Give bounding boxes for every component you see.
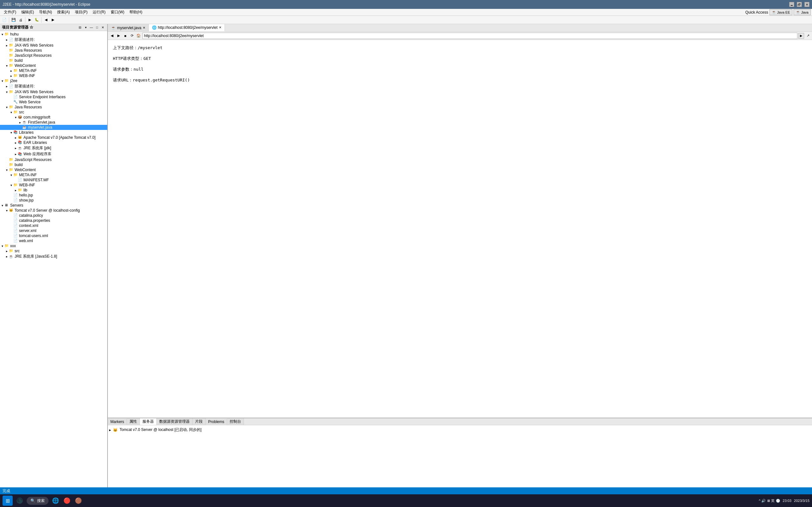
editor-tab-myservlet-java[interactable]: ☕ myservlet.java ✕ — [108, 24, 149, 32]
tree-toggle-src-xxx[interactable]: ▸ — [4, 249, 9, 253]
tree-toggle-web-inf-huhu[interactable]: ▸ — [9, 74, 13, 78]
tree-item-manifest[interactable]: 📄MANIFEST.MF — [0, 177, 107, 182]
tree-item-jre-sys[interactable]: ▸☕JRE 系统库 [jdk] — [0, 145, 107, 151]
bottom-tab-problems[interactable]: Problems — [206, 419, 227, 425]
menu-navigate[interactable]: 导航(N) — [37, 9, 55, 15]
tree-item-tomcat-config[interactable]: ▾🐱Tomcat v7.0 Server @ localhost-config — [0, 208, 107, 213]
stop-button[interactable]: ■ — [122, 33, 128, 39]
tree-item-myservlet[interactable]: ☕myservlet.java — [0, 125, 107, 130]
tree-toggle-jre-sys[interactable]: ▸ — [13, 147, 18, 150]
back-button[interactable]: ◀ — [109, 33, 115, 39]
url-input[interactable] — [142, 33, 798, 39]
forward-button[interactable]: ▶ — [116, 33, 121, 39]
tree-toggle-xxx[interactable]: ▾ — [0, 244, 4, 248]
tree-toggle-j2ee[interactable]: ▾ — [0, 79, 4, 83]
tree-item-jax-ws-huhu[interactable]: ▸📁JAX-WS Web Services — [0, 43, 107, 48]
tree-item-server-xml[interactable]: 📄server.xml — [0, 228, 107, 233]
tree-toggle-deploy-huhu[interactable]: ▸ — [4, 38, 9, 42]
tree-item-web-app-lib[interactable]: ▸📚Web 应用程序库 — [0, 151, 107, 157]
tree-item-web-xml[interactable]: 📄web.xml — [0, 238, 107, 243]
tree-item-deploy-huhu[interactable]: ▸📄部署描述符: — [0, 37, 107, 43]
tree-item-web-inf-huhu[interactable]: ▸📁WEB-INF — [0, 73, 107, 78]
bottom-tab-console[interactable]: 控制台 — [227, 418, 244, 425]
tab-close-myservlet-java[interactable]: ✕ — [143, 26, 145, 30]
tree-item-deploy-j2ee[interactable]: ▸📄部署描述符: — [0, 83, 107, 89]
bottom-tab-snippets[interactable]: 片段 — [193, 418, 206, 425]
bottom-tab-datasource[interactable]: 数据源资源管理器 — [157, 418, 193, 425]
collapse-all-button[interactable]: ⊟ — [78, 25, 83, 30]
next-edit-button[interactable]: ▶ — [50, 17, 56, 23]
tree-item-build-huhu[interactable]: 📁build — [0, 58, 107, 63]
tree-item-java-res-huhu[interactable]: 📁Java Resources — [0, 48, 107, 53]
tree-item-lib[interactable]: ▸📁lib — [0, 187, 107, 193]
tree-item-ear-libs[interactable]: ▸📚EAR Libraries — [0, 140, 107, 145]
tree-toggle-jax-ws-huhu[interactable]: ▸ — [4, 44, 9, 47]
tree-item-hello-jsp[interactable]: 📄hello.jsp — [0, 193, 107, 198]
tree-toggle-webcontent-j2ee[interactable]: ▾ — [4, 168, 9, 172]
menu-file[interactable]: 文件(F) — [1, 9, 19, 15]
panel-menu-button[interactable]: ▾ — [83, 25, 88, 30]
tree-item-firstservlet[interactable]: ▸☕FirstServlet.java — [0, 120, 107, 125]
taskbar-search[interactable]: 🔍 搜索 — [27, 497, 49, 505]
tree-item-huhu[interactable]: ▾📁huhu — [0, 32, 107, 37]
bottom-tab-properties[interactable]: 属性 — [127, 418, 140, 425]
tree-toggle-tomcat-config[interactable]: ▾ — [4, 209, 9, 212]
taskbar-app2-icon[interactable]: 🟤 — [74, 496, 83, 505]
java-ee-perspective[interactable]: ☕ Java EE — [769, 9, 792, 15]
tab-close-localhost-browser[interactable]: ✕ — [219, 26, 221, 29]
tree-toggle-web-inf-j2ee[interactable]: ▾ — [9, 183, 13, 187]
editor-tab-localhost-browser[interactable]: 🌐 http://localhost:8080/j2ee/myservlet ✕ — [149, 24, 225, 32]
tree-toggle-meta-inf-j2ee[interactable]: ▾ — [9, 173, 13, 177]
close-button[interactable]: ✕ — [804, 2, 809, 7]
minimize-button[interactable]: 🗕 — [789, 2, 794, 7]
menu-project[interactable]: 项目(P) — [72, 9, 90, 15]
tree-item-webcontent-huhu[interactable]: ▾📁WebContent — [0, 63, 107, 68]
tree-toggle-java-res-j2ee[interactable]: ▾ — [4, 106, 9, 109]
bottom-tab-markers[interactable]: Markers — [108, 419, 127, 425]
save-button[interactable]: 💾 — [10, 17, 17, 23]
debug-button[interactable]: 🐛 — [34, 17, 40, 23]
tree-toggle-huhu[interactable]: ▾ — [0, 33, 4, 36]
menu-help[interactable]: 帮助(H) — [127, 9, 145, 15]
tree-item-meta-inf-j2ee[interactable]: ▾📁META-INF — [0, 172, 107, 177]
maximize-button[interactable]: 🗗 — [797, 2, 802, 7]
run-button[interactable]: ▶ — [27, 17, 33, 23]
menu-window[interactable]: 窗口(W) — [108, 9, 127, 15]
tree-item-jre-xxx[interactable]: ▸☕JRE 系统库 [JavaSE-1.8] — [0, 253, 107, 260]
java-perspective[interactable]: ☕ Java — [794, 9, 811, 15]
panel-close-button[interactable]: ✕ — [100, 25, 105, 30]
tree-toggle-web-app-lib[interactable]: ▸ — [13, 153, 18, 156]
open-external-button[interactable]: ↗ — [805, 33, 811, 39]
print-button[interactable]: 🖨 — [17, 17, 24, 23]
taskbar-app1-icon[interactable]: 🔴 — [62, 496, 71, 505]
prev-edit-button[interactable]: ◀ — [43, 17, 49, 23]
tree-item-jax-ws-j2ee[interactable]: ▾📁JAX-WS Web Services — [0, 89, 107, 95]
tree-item-show-jsp[interactable]: 📄show.jsp — [0, 198, 107, 203]
tree-toggle-meta-inf-huhu[interactable]: ▸ — [9, 69, 13, 72]
tree-toggle-jre-xxx[interactable]: ▸ — [4, 255, 9, 258]
tree-toggle-com-minggrisoft[interactable]: ▾ — [13, 116, 18, 119]
home-button[interactable]: 🏠 — [136, 33, 142, 39]
tree-item-webcontent-j2ee[interactable]: ▾📁WebContent — [0, 167, 107, 172]
bottom-tab-servers[interactable]: 服务器 — [140, 418, 157, 425]
tree-toggle-firstservlet[interactable]: ▸ — [18, 121, 22, 124]
taskbar-eclipse-icon[interactable]: 🌑 — [15, 496, 24, 505]
tree-item-j2ee[interactable]: ▾📁j2ee — [0, 78, 107, 83]
tree-item-meta-inf-huhu[interactable]: ▸📁META-INF — [0, 68, 107, 73]
start-button[interactable]: ⊞ — [3, 496, 13, 506]
go-button[interactable]: ▶ — [798, 33, 804, 39]
tree-item-build-j2ee[interactable]: 📁build — [0, 162, 107, 167]
menu-run[interactable]: 运行(R) — [90, 9, 108, 15]
tree-toggle-src[interactable]: ▾ — [9, 111, 13, 114]
tree-toggle-tomcat[interactable]: ▸ — [13, 136, 18, 139]
tree-item-context-xml[interactable]: 📄context.xml — [0, 223, 107, 228]
tree-item-js-res-j2ee[interactable]: 📁JavaScript Resources — [0, 157, 107, 162]
tree-item-catalina-props[interactable]: 📄catalina.properties — [0, 218, 107, 223]
tree-item-web-inf-j2ee[interactable]: ▾📁WEB-INF — [0, 182, 107, 187]
tree-item-java-res-j2ee[interactable]: ▾📁Java Resources — [0, 105, 107, 110]
tree-toggle-jax-ws-j2ee[interactable]: ▾ — [4, 90, 9, 94]
menu-search[interactable]: 搜索(A) — [55, 9, 72, 15]
tree-item-src-xxx[interactable]: ▸📁src — [0, 248, 107, 253]
tree-toggle-libraries[interactable]: ▾ — [9, 131, 13, 134]
tree-item-xxx[interactable]: ▾📁xxx — [0, 243, 107, 248]
